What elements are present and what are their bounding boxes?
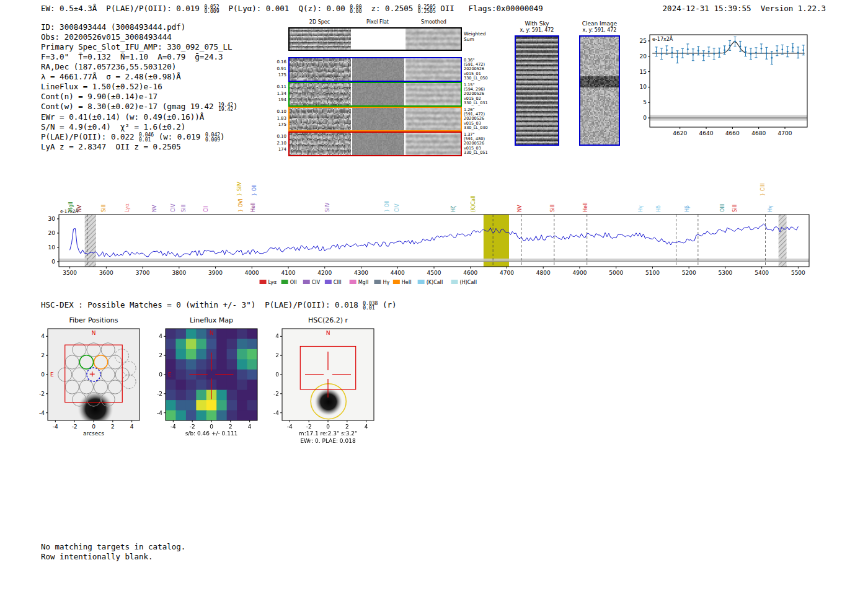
with-sky-coords: x, y: 591, 472 bbox=[508, 27, 565, 33]
detection-info-block: ID: 3008493444 (3008493444.pdf) Obs: 202… bbox=[41, 22, 238, 152]
svg-text:-4: -4 bbox=[53, 424, 58, 430]
svg-text:4680: 4680 bbox=[751, 130, 766, 136]
fiber1-metrics: 0.160.91175 bbox=[270, 59, 286, 79]
svg-text:4300: 4300 bbox=[354, 270, 368, 276]
fiber4-metrics: 0.102.10174 bbox=[270, 133, 286, 153]
line-label: } CIII bbox=[760, 184, 766, 196]
line-label: } OII bbox=[252, 184, 257, 196]
legend-swatch bbox=[281, 280, 288, 284]
plya-qz-text: P(Lyα): 0.001 Q(z): 0.00 bbox=[219, 4, 350, 13]
fiber3-metrics: 0.101.83175 bbox=[270, 109, 286, 128]
svg-text:-4: -4 bbox=[157, 410, 162, 416]
fiber3-smoothed-image bbox=[405, 108, 461, 130]
svg-text:MgII: MgII bbox=[358, 280, 369, 285]
fiber4-annotation: 1.37"(591, 480)20200526v015_03330_LL_051 bbox=[464, 133, 488, 155]
lineflux-map-panel: NE-4-4-2-2002244 bbox=[147, 325, 260, 432]
svg-text:Lyα: Lyα bbox=[268, 280, 277, 285]
svg-text:2: 2 bbox=[159, 352, 162, 358]
cutout-row-fiber1 bbox=[288, 57, 462, 82]
svg-text:5: 5 bbox=[643, 99, 647, 105]
svg-text:5300: 5300 bbox=[718, 270, 732, 276]
legend-swatch bbox=[260, 280, 267, 284]
clean-image-panel bbox=[579, 35, 620, 146]
clean-image-coords: x, y: 591, 472 bbox=[570, 27, 629, 33]
line-label: SiII bbox=[181, 205, 187, 212]
svg-text:4: 4 bbox=[275, 333, 279, 339]
svg-text:4700: 4700 bbox=[500, 270, 514, 276]
plae-uncertainty: 0.0520.009 bbox=[204, 5, 219, 14]
flags-text: OII Flags:0x00000049 bbox=[436, 4, 543, 13]
hsc-plae-uncertainty: 0.0380.01 bbox=[363, 301, 378, 311]
footer-line1: No matching targets in catalog. bbox=[41, 542, 185, 552]
spectrum-line bbox=[70, 224, 799, 257]
info-sn-chi2: S/N = 4.9(±0.4) χ² = 1.6(±0.2) bbox=[41, 122, 238, 132]
svg-text:5400: 5400 bbox=[755, 270, 769, 276]
catalog-match-note: No matching targets in catalog. Row inte… bbox=[41, 542, 185, 562]
col-title-smoothed: Smoothed bbox=[405, 19, 462, 25]
info-cont-w: Cont(w) = 8.30(±0.02)e-17 (gmag 19.42 19… bbox=[41, 102, 238, 112]
svg-text:10: 10 bbox=[48, 244, 56, 251]
info-ewr: EWr = 0.41(±0.14) (w: 0.49(±0.16))Å bbox=[41, 112, 238, 122]
svg-text:4: 4 bbox=[41, 333, 45, 339]
svg-text:4600: 4600 bbox=[463, 270, 477, 276]
legend-swatch bbox=[350, 280, 356, 284]
info-plae-poii: P(LAE)/P(OII): 0.022 0.0460.01 (w: 0.019… bbox=[41, 132, 238, 143]
line-label: SiII bbox=[550, 205, 556, 212]
svg-text:0: 0 bbox=[643, 115, 647, 121]
lineflux-map-title: Lineflux Map bbox=[155, 316, 268, 324]
with-sky-title: With Sky bbox=[508, 20, 565, 27]
svg-text:5100: 5100 bbox=[645, 270, 660, 276]
svg-text:4640: 4640 bbox=[699, 130, 714, 136]
svg-text:-2: -2 bbox=[190, 424, 195, 430]
line-label: Hζ bbox=[451, 206, 456, 212]
info-radec: RA,Dec (187.057236,55.503120) bbox=[41, 62, 238, 72]
svg-text:E: E bbox=[50, 371, 54, 378]
hsc-cutout-plot: N-4-4-2-2002244 bbox=[264, 325, 376, 432]
line-label: CIV bbox=[170, 203, 176, 212]
svg-text:0: 0 bbox=[326, 424, 330, 430]
line-label: NV bbox=[517, 205, 523, 212]
svg-text:4900: 4900 bbox=[572, 270, 587, 276]
fiber-xlabel: arcsecs bbox=[37, 430, 150, 437]
svg-text:-4: -4 bbox=[39, 410, 45, 416]
svg-text:-4: -4 bbox=[287, 424, 293, 430]
line-label: Hβ bbox=[684, 205, 690, 212]
fiber4-2dspec-image bbox=[290, 133, 351, 155]
svg-text:2: 2 bbox=[41, 352, 45, 358]
z-uncertainty: 0.25050.2505 bbox=[418, 5, 436, 14]
svg-text:-2: -2 bbox=[306, 424, 312, 430]
fiber-positions-plot: NE-4-4-2-2002244 bbox=[29, 325, 142, 432]
info-obs: Obs: 20200526v015_3008493444 bbox=[41, 32, 238, 42]
col-title-2dspec: 2D Spec bbox=[288, 19, 351, 25]
fiber1-annotation: 0.36"(591, 472)20200526v015_01330_LL_050 bbox=[464, 58, 488, 81]
lineflux-overlay: NE-4-4-2-2002244 bbox=[147, 325, 260, 432]
svg-text:N: N bbox=[210, 330, 214, 336]
svg-text:10: 10 bbox=[640, 84, 647, 90]
svg-text:0: 0 bbox=[51, 259, 55, 265]
svg-text:OII: OII bbox=[290, 280, 297, 285]
svg-text:20: 20 bbox=[48, 230, 56, 236]
bright-source-blob bbox=[78, 391, 114, 427]
line-label: SiIV bbox=[325, 202, 330, 212]
svg-text:4: 4 bbox=[159, 333, 162, 339]
svg-text:3900: 3900 bbox=[208, 270, 223, 276]
line-label: } SiIV bbox=[237, 182, 242, 196]
info-id: ID: 3008493444 (3008493444.pdf) bbox=[41, 22, 238, 32]
svg-text:4700: 4700 bbox=[778, 130, 792, 136]
hsc-caption-2: EWr: 0. PLAE: 0.018 bbox=[272, 438, 384, 444]
cutout-row-fiber2 bbox=[288, 82, 462, 107]
svg-text:0: 0 bbox=[41, 371, 45, 378]
line-fit-plot: 051015202546204640466046804700e-17x2Å bbox=[639, 30, 831, 154]
info-lineflux: LineFlux = 1.50(±0.52)e-16 bbox=[41, 82, 238, 92]
fiber-positions-title: Fiber Positions bbox=[37, 316, 150, 324]
fiber1-pixelflat-image bbox=[352, 58, 404, 81]
fiber2-metrics: 0.111.34194 bbox=[270, 84, 286, 104]
legend-swatch bbox=[374, 280, 381, 284]
svg-text:2: 2 bbox=[111, 424, 115, 430]
line-label: CII bbox=[203, 206, 209, 212]
fiber1-smoothed-image bbox=[405, 58, 461, 81]
fiber3-2dspec-image bbox=[290, 108, 351, 130]
hsc-cutout-title: HSC(26.2) r bbox=[272, 316, 384, 324]
legend-swatch bbox=[418, 280, 425, 284]
catalog-source-blob bbox=[314, 388, 343, 416]
